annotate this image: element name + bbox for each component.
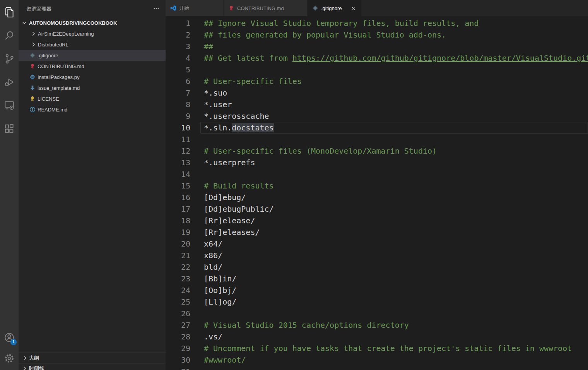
tree-file-LICENSE[interactable]: LICENSE	[19, 93, 166, 104]
line-content: *.userosscache	[204, 110, 269, 122]
activity-run-debug[interactable]	[0, 73, 19, 91]
code-line-17[interactable]: 17[Dd]ebugPublic/	[166, 203, 588, 215]
code-line-25[interactable]: 25[Ll]og/	[166, 296, 588, 308]
line-number: 28	[166, 331, 190, 343]
code-line-3[interactable]: 3##	[166, 41, 588, 52]
activity-search[interactable]	[0, 26, 19, 45]
line-content: [Rr]elease/	[204, 215, 255, 226]
activity-remote-explorer[interactable]	[0, 96, 19, 115]
line-number: 24	[166, 284, 190, 296]
tab-label: .gitignore	[321, 5, 347, 11]
line-content: *.userprefs	[204, 157, 255, 168]
chevron-down-icon	[21, 20, 27, 26]
code-line-24[interactable]: 24[Oo]bj/	[166, 284, 588, 296]
tree-item-label: .gitignore	[38, 53, 58, 58]
line-content: bld/	[204, 261, 222, 273]
ribbon-gold-icon	[29, 96, 36, 102]
code-line-8[interactable]: 8*.user	[166, 99, 588, 110]
line-number: 5	[166, 64, 190, 75]
code-line-6[interactable]: 6# User-specific files	[166, 75, 588, 87]
code-line-5[interactable]: 5	[166, 64, 588, 75]
code-line-1[interactable]: 1## Ignore Visual Studio temporary files…	[166, 17, 588, 29]
activity-extensions[interactable]	[0, 119, 19, 138]
git-icon	[29, 52, 36, 58]
line-number: 31	[166, 366, 190, 370]
code-line-2[interactable]: 2## files generated by popular Visual St…	[166, 29, 588, 41]
line-number: 19	[166, 226, 190, 238]
timeline-panel-header[interactable]: 时间线	[19, 363, 166, 370]
code-line-27[interactable]: 27# Visual Studio 2015 cache/options dir…	[166, 319, 588, 331]
line-number: 12	[166, 145, 190, 157]
code-line-4[interactable]: 4## Get latest from https://github.com/g…	[166, 52, 588, 64]
activity-settings[interactable]	[0, 349, 19, 368]
tree-root-folder[interactable]: AUTONOMOUSDRIVINGCOOKBOOK	[19, 17, 166, 28]
code-line-13[interactable]: 13*.userprefs	[166, 157, 588, 168]
line-number: 18	[166, 215, 190, 226]
code-line-22[interactable]: 22bld/	[166, 261, 588, 273]
code-line-23[interactable]: 23[Bb]in/	[166, 273, 588, 284]
line-content: [Rr]eleases/	[204, 226, 260, 238]
line-content: [Bb]in/	[204, 273, 236, 284]
line-number: 30	[166, 354, 190, 366]
tree-folder-DistributedRL[interactable]: DistributedRL	[19, 39, 166, 50]
code-line-28[interactable]: 28.vs/	[166, 331, 588, 343]
code-line-18[interactable]: 18[Rr]elease/	[166, 215, 588, 226]
files-icon	[3, 7, 15, 18]
tree-file-InstallPackages.py[interactable]: InstallPackages.py	[19, 72, 166, 82]
more-actions-button[interactable]	[152, 5, 160, 13]
search-icon	[3, 30, 15, 41]
code-line-26[interactable]: 26	[166, 308, 588, 319]
code-line-10[interactable]: 10*.sln.docstates	[166, 122, 588, 134]
line-number: 9	[166, 110, 190, 122]
line-content: [Dd]ebugPublic/	[204, 203, 274, 215]
activity-account[interactable]: 1	[0, 328, 19, 347]
tree-file-CONTRIBUTING.md[interactable]: CONTRIBUTING.md	[19, 61, 166, 72]
gitignore-source-link[interactable]: https://github.com/github/gitignore/blob…	[292, 53, 588, 63]
code-line-15[interactable]: 15# Build results	[166, 180, 588, 192]
tab-CONTRIBUTING.md[interactable]: CONTRIBUTING.md	[224, 0, 308, 16]
info-icon	[29, 106, 36, 113]
code-line-29[interactable]: 29# Uncomment if you have tasks that cre…	[166, 343, 588, 354]
code-line-21[interactable]: 21x86/	[166, 250, 588, 261]
chevron-right-icon	[22, 355, 28, 361]
tree-item-label: AirSimE2EDeepLearning	[38, 31, 94, 37]
tab-开始[interactable]: 开始	[166, 0, 224, 16]
code-line-11[interactable]: 11	[166, 134, 588, 145]
tab-label: 开始	[179, 5, 219, 12]
code-editor[interactable]: 1## Ignore Visual Studio temporary files…	[166, 16, 588, 370]
line-number: 10	[166, 122, 190, 134]
activity-source-control[interactable]	[0, 50, 19, 68]
code-line-7[interactable]: 7*.suo	[166, 87, 588, 99]
code-line-14[interactable]: 14	[166, 168, 588, 180]
line-content: # Build results	[204, 180, 274, 192]
tree-item-label: issue_template.md	[38, 85, 80, 91]
gear-icon	[3, 353, 15, 364]
debug-icon	[3, 76, 15, 88]
code-line-9[interactable]: 9*.userosscache	[166, 110, 588, 122]
line-content: [Dd]ebug/	[204, 192, 246, 203]
tab-bar: 开始CONTRIBUTING.md.gitignore	[166, 0, 588, 16]
activity-bar: 1	[0, 0, 19, 370]
chevron-right-icon	[22, 365, 28, 370]
chevron-right-icon	[30, 31, 36, 37]
close-icon[interactable]	[350, 5, 357, 12]
tree-folder-AirSimE2EDeepLearning[interactable]: AirSimE2EDeepLearning	[19, 28, 166, 39]
outline-panel-header[interactable]: 大纲	[19, 353, 166, 363]
tab-.gitignore[interactable]: .gitignore	[308, 0, 362, 16]
code-line-12[interactable]: 12# User-specific files (MonoDevelop/Xam…	[166, 145, 588, 157]
code-line-16[interactable]: 16[Dd]ebug/	[166, 192, 588, 203]
line-content: *.sln.docstates	[204, 122, 274, 134]
tree-file-.gitignore[interactable]: .gitignore	[19, 50, 166, 61]
code-line-30[interactable]: 30#wwwroot/	[166, 354, 588, 366]
code-line-20[interactable]: 20x64/	[166, 238, 588, 250]
outline-panel-label: 大纲	[29, 355, 39, 361]
tree-file-README.md[interactable]: README.md	[19, 104, 166, 115]
ellipsis-icon	[153, 5, 159, 12]
tree-file-issue_template.md[interactable]: issue_template.md	[19, 82, 166, 93]
line-number: 29	[166, 343, 190, 354]
code-line-31[interactable]: 31	[166, 366, 588, 370]
code-line-19[interactable]: 19[Rr]eleases/	[166, 226, 588, 238]
line-content: ## Ignore Visual Studio temporary files,…	[204, 17, 479, 29]
line-number: 25	[166, 296, 190, 308]
activity-explorer[interactable]	[0, 3, 19, 22]
